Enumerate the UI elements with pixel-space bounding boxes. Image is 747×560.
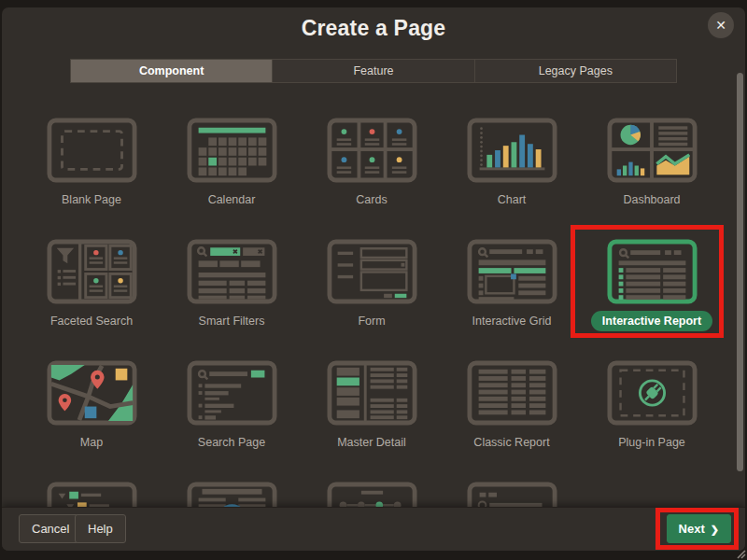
calendar-icon bbox=[187, 118, 277, 183]
tile-plug-in-page[interactable]: Plug-in Page bbox=[582, 351, 722, 472]
smart-filters-icon bbox=[187, 239, 277, 304]
blank-page-icon bbox=[47, 118, 137, 183]
tile-interactive-report[interactable]: Interactive Report bbox=[582, 230, 722, 351]
tile-form[interactable]: Form bbox=[302, 230, 442, 351]
dialog-footer: Cancel Help Next❯ bbox=[2, 507, 745, 551]
wizard-progress-icon bbox=[327, 482, 417, 508]
tile-partial-tree[interactable] bbox=[21, 472, 162, 508]
map-icon bbox=[47, 360, 137, 426]
plug-in-page-icon bbox=[607, 360, 698, 426]
form-icon bbox=[327, 239, 417, 304]
create-page-dialog-screen: Create a Page ✕ ComponentFeatureLegacy P… bbox=[0, 0, 747, 560]
tile-label: Interactive Grid bbox=[472, 315, 552, 328]
tile-label: Dashboard bbox=[623, 193, 680, 206]
next-button[interactable]: Next❯ bbox=[667, 514, 731, 543]
tile-label: Faceted Search bbox=[50, 315, 133, 328]
tile-chart[interactable]: Chart bbox=[442, 108, 582, 230]
tile-label: Form bbox=[358, 315, 385, 328]
tree-icon bbox=[47, 482, 137, 508]
tile-cards[interactable]: Cards bbox=[302, 108, 442, 230]
tile-master-detail[interactable]: Master Detail bbox=[302, 351, 442, 472]
resize-handle-icon[interactable] bbox=[736, 549, 746, 559]
tile-label: Master Detail bbox=[337, 436, 406, 449]
feedback-icon bbox=[467, 482, 557, 508]
tile-interactive-grid[interactable]: Interactive Grid bbox=[442, 230, 582, 351]
tile-label: Plug-in Page bbox=[618, 436, 685, 449]
tile-faceted-search[interactable]: Faceted Search bbox=[21, 230, 162, 351]
dashboard-icon bbox=[607, 118, 698, 183]
master-detail-icon bbox=[327, 360, 417, 426]
tile-partial-feedback[interactable] bbox=[442, 472, 582, 508]
chart-icon bbox=[467, 118, 557, 183]
tile-map[interactable]: Map bbox=[21, 351, 162, 472]
tile-label: Interactive Report bbox=[591, 311, 712, 331]
tab-feature[interactable]: Feature bbox=[273, 60, 474, 82]
tab-bar: ComponentFeatureLegacy Pages bbox=[70, 59, 677, 83]
tile-classic-report[interactable]: Classic Report bbox=[442, 351, 582, 472]
tile-calendar[interactable]: Calendar bbox=[162, 108, 302, 230]
tile-label: Blank Page bbox=[62, 193, 121, 206]
cancel-button[interactable]: Cancel bbox=[19, 514, 82, 543]
cards-icon bbox=[327, 118, 417, 183]
tile-label: Cards bbox=[356, 193, 387, 206]
search-page-icon bbox=[187, 360, 277, 426]
help-button[interactable]: Help bbox=[75, 514, 126, 543]
scrollbar-thumb[interactable] bbox=[737, 73, 743, 471]
chevron-right-icon: ❯ bbox=[711, 524, 719, 535]
tile-smart-filters[interactable]: Smart Filters bbox=[162, 230, 302, 351]
dialog-title: Create a Page bbox=[2, 16, 745, 41]
close-icon[interactable]: ✕ bbox=[708, 12, 734, 38]
tile-label: Search Page bbox=[198, 436, 265, 449]
page-type-grid: Blank PageCalendarCardsChartDashboardFac… bbox=[21, 108, 722, 508]
tile-label: Classic Report bbox=[473, 436, 549, 449]
tile-label: Chart bbox=[498, 193, 527, 206]
tab-legacy-pages[interactable]: Legacy Pages bbox=[475, 60, 676, 82]
tile-partial-wizard-progress[interactable] bbox=[302, 472, 442, 508]
interactive-report-icon bbox=[607, 239, 698, 304]
tile-label: Smart Filters bbox=[199, 315, 265, 328]
next-button-label: Next bbox=[679, 522, 705, 536]
tile-label: Map bbox=[80, 436, 103, 449]
classic-report-icon bbox=[467, 360, 557, 426]
tile-blank-page[interactable]: Blank Page bbox=[21, 108, 162, 230]
create-page-dialog: Create a Page ✕ ComponentFeatureLegacy P… bbox=[2, 7, 745, 551]
tab-component[interactable]: Component bbox=[71, 60, 273, 82]
faceted-search-icon bbox=[47, 239, 137, 304]
tile-search-page[interactable]: Search Page bbox=[162, 351, 302, 472]
report-with-gauge-icon bbox=[187, 482, 277, 508]
interactive-grid-icon bbox=[467, 239, 557, 304]
tile-label: Calendar bbox=[208, 193, 256, 206]
tile-partial-report-with-gauge[interactable] bbox=[162, 472, 302, 508]
tile-dashboard[interactable]: Dashboard bbox=[582, 108, 722, 230]
